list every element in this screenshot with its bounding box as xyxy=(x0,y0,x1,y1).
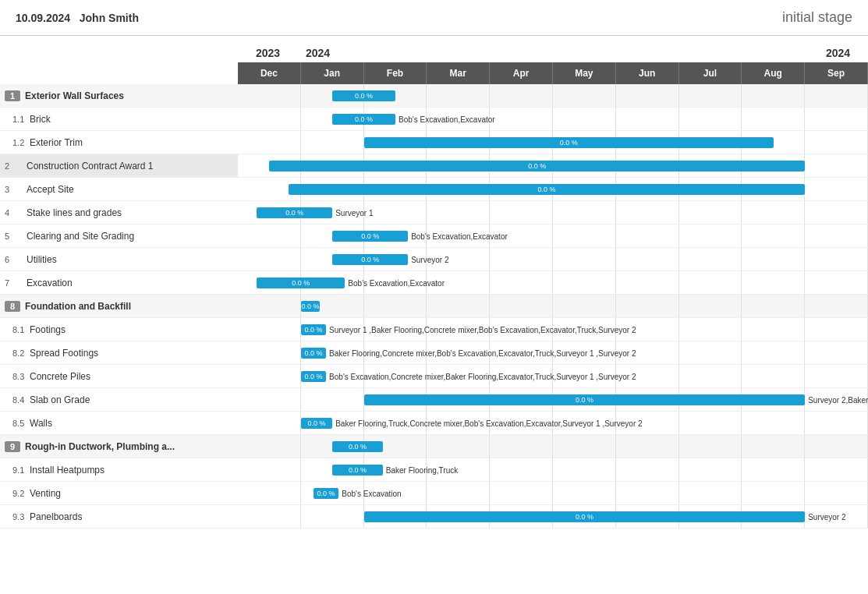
bar-3: 0.0 % xyxy=(289,184,806,195)
bar-6: 0.0 %Surveyor 2 xyxy=(332,254,448,265)
task-num-6: 6 xyxy=(5,255,27,264)
bar-4: 0.0 %Surveyor 1 xyxy=(257,207,373,218)
task-label-9-3: Panelboards xyxy=(30,511,82,522)
month-feb: Feb xyxy=(364,62,427,84)
task-label-8: Foundation and Backfill xyxy=(25,301,131,312)
gantt-row-8-3: 0.0 %Bob's Excavation,Concrete mixer,Bak… xyxy=(238,365,868,388)
task-row-5: 5 Clearing and Site Grading xyxy=(0,225,238,248)
task-row-8-2: 8.2 Spread Footings xyxy=(0,341,238,365)
task-row-4: 4 Stake lines and grades xyxy=(0,201,238,225)
bar-5: 0.0 %Bob's Excavation,Excavator xyxy=(332,231,508,242)
task-label-4: Stake lines and grades xyxy=(27,207,122,218)
bar-9: 0.0 % xyxy=(332,441,383,452)
task-label-1: Exterior Wall Surfaces xyxy=(25,90,124,101)
month-mar: Mar xyxy=(427,62,490,84)
bar-text-8-4: Surveyor 2,Baker Flooring,Concrete mixer… xyxy=(808,396,868,405)
gantt-row-9-2: 0.0 %Bob's Excavation xyxy=(238,482,868,505)
task-row-9: 9 Rough-in Ductwork, Plumbing a... xyxy=(0,435,238,458)
bar-text-6: Surveyor 2 xyxy=(411,256,448,264)
month-jan: Jan xyxy=(301,62,364,84)
bar-text-9-3: Surveyor 2 xyxy=(808,513,845,522)
gantt-row-8-2: 0.0 %Baker Flooring,Concrete mixer,Bob's… xyxy=(238,341,868,365)
month-jun: Jun xyxy=(616,62,679,84)
bar-9-1: 0.0 %Baker Flooring,Truck xyxy=(332,465,458,476)
task-num-2: 2 xyxy=(5,161,27,171)
header: 10.09.2024 John Smith initial stage xyxy=(0,0,868,36)
task-row-7: 7 Excavation xyxy=(0,271,238,295)
bar-8-4: 0.0 %Surveyor 2,Baker Flooring,Concrete … xyxy=(364,394,868,405)
bar-1-2: 0.0 % xyxy=(364,137,774,148)
gantt-row-1: 0.0 % xyxy=(238,84,868,108)
gantt-row-8-4: 0.0 %Surveyor 2,Baker Flooring,Concrete … xyxy=(238,388,868,412)
gantt-row-8: 0.0 % xyxy=(238,295,868,318)
task-badge-9: 9 xyxy=(5,441,20,452)
task-label-6: Utilities xyxy=(27,254,57,265)
task-num-8-1: 8.1 xyxy=(5,325,30,334)
task-label-9-2: Venting xyxy=(30,488,61,499)
task-label-1-2: Exterior Trim xyxy=(30,137,83,148)
year-2024-left: 2024 xyxy=(298,44,808,62)
gantt-row-9-1: 0.0 %Baker Flooring,Truck xyxy=(238,458,868,482)
task-num-9-1: 9.1 xyxy=(5,465,30,475)
task-label-9-1: Install Heatpumps xyxy=(30,465,105,476)
gantt-row-6: 0.0 %Surveyor 2 xyxy=(238,248,868,271)
task-label-7: Excavation xyxy=(27,278,73,288)
bar-9-2: 0.0 %Bob's Excavation xyxy=(314,488,402,499)
bar-text-8-3: Bob's Excavation,Concrete mixer,Baker Fl… xyxy=(329,373,636,381)
task-badge-8: 8 xyxy=(5,301,20,312)
task-row-8-1: 8.1 Footings xyxy=(0,318,238,341)
task-label-3: Accept Site xyxy=(27,184,74,195)
gantt-row-1-1: 0.0 %Bob's Excavation,Excavator xyxy=(238,108,868,131)
task-row-1: 1 Exterior Wall Surfaces xyxy=(0,84,238,108)
bar-text-9-1: Baker Flooring,Truck xyxy=(386,466,458,475)
task-row-1-2: 1.2 Exterior Trim xyxy=(0,131,238,154)
task-num-7: 7 xyxy=(5,278,27,288)
bar-text-8-5: Baker Flooring,Truck,Concrete mixer,Bob'… xyxy=(335,419,642,428)
bar-text-8-2: Baker Flooring,Concrete mixer,Bob's Exca… xyxy=(329,349,636,358)
gantt-row-7: 0.0 %Bob's Excavation,Excavator xyxy=(238,271,868,295)
task-list: 1 Exterior Wall Surfaces 1.1 Brick 1.2 E… xyxy=(0,44,238,529)
task-label-9: Rough-in Ductwork, Plumbing a... xyxy=(25,441,175,452)
header-stage: initial stage xyxy=(782,9,852,26)
task-row-8: 8 Foundation and Backfill xyxy=(0,295,238,318)
bar-text-5: Bob's Excavation,Excavator xyxy=(411,232,508,241)
task-row-3: 3 Accept Site xyxy=(0,178,238,201)
gantt-row-9: 0.0 % xyxy=(238,435,868,458)
bar-8-2: 0.0 %Baker Flooring,Concrete mixer,Bob's… xyxy=(301,348,636,359)
main-content: 1 Exterior Wall Surfaces 1.1 Brick 1.2 E… xyxy=(0,36,868,536)
task-num-9-2: 9.2 xyxy=(5,489,30,498)
header-info: 10.09.2024 John Smith xyxy=(16,12,139,24)
task-row-8-3: 8.3 Concrete Piles xyxy=(0,365,238,388)
year-header: 2023 2024 2024 xyxy=(238,44,868,62)
gantt-row-9-3: 0.0 %Surveyor 2 xyxy=(238,505,868,529)
gantt-row-8-5: 0.0 %Baker Flooring,Truck,Concrete mixer… xyxy=(238,412,868,435)
gantt-area: 2023 2024 2024 DecJanFebMarAprMayJunJulA… xyxy=(238,44,868,529)
header-user: John Smith xyxy=(80,12,139,24)
gantt-rows: 0.0 %0.0 %Bob's Excavation,Excavator0.0 … xyxy=(238,84,868,529)
header-date: 10.09.2024 xyxy=(16,12,70,24)
task-num-8-5: 8.5 xyxy=(5,419,30,428)
task-num-4: 4 xyxy=(5,208,27,217)
task-num-5: 5 xyxy=(5,232,27,241)
task-label-8-4: Slab on Grade xyxy=(30,394,90,405)
task-label-8-2: Spread Footings xyxy=(30,348,98,359)
task-label-8-5: Walls xyxy=(30,418,52,429)
task-label-2: Construction Contract Award 1 xyxy=(27,161,154,171)
month-jul: Jul xyxy=(679,62,742,84)
task-row-6: 6 Utilities xyxy=(0,248,238,271)
task-num-8-3: 8.3 xyxy=(5,372,30,381)
bar-8: 0.0 % xyxy=(301,301,320,312)
task-num-1-1: 1.1 xyxy=(5,115,30,124)
month-dec: Dec xyxy=(238,62,301,84)
task-row-8-4: 8.4 Slab on Grade xyxy=(0,388,238,412)
gantt-row-2: 0.0 % xyxy=(238,154,868,178)
bar-7: 0.0 %Bob's Excavation,Excavator xyxy=(257,278,445,288)
month-apr: Apr xyxy=(490,62,553,84)
month-may: May xyxy=(553,62,616,84)
gantt-row-4: 0.0 %Surveyor 1 xyxy=(238,201,868,225)
task-num-1-2: 1.2 xyxy=(5,138,30,147)
bar-9-3: 0.0 %Surveyor 2 xyxy=(364,511,846,522)
bar-text-7: Bob's Excavation,Excavator xyxy=(348,279,445,288)
task-num-8-4: 8.4 xyxy=(5,395,30,405)
bar-8-1: 0.0 %Surveyor 1 ,Baker Flooring,Concrete… xyxy=(301,324,636,335)
